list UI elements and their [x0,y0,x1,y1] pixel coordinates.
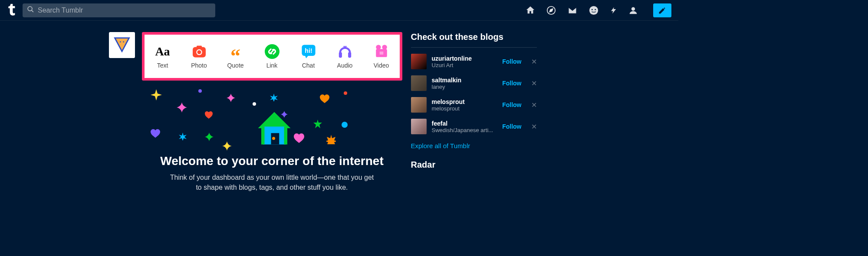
messaging-icon[interactable] [589,6,598,15]
checkout-blogs-title: Check out these blogs [411,32,537,48]
compose-audio[interactable]: Audio [329,44,361,69]
dismiss-icon[interactable]: ✕ [531,101,537,109]
blog-avatar[interactable] [411,54,427,69]
follow-button[interactable]: Follow [502,123,521,130]
svg-marker-3 [549,9,552,12]
video-icon [373,44,390,59]
compose-button[interactable] [653,3,671,17]
svg-line-1 [32,10,33,12]
quote-icon: “ [230,44,240,59]
account-icon[interactable] [629,6,638,15]
svg-point-5 [592,9,593,10]
search-icon [27,6,34,15]
blog-avatar[interactable] [411,75,427,91]
blog-subtitle: melosprout [432,105,497,112]
home-icon[interactable] [526,6,535,15]
svg-marker-30 [151,89,162,100]
compose-post-bar: Aa Text Photo “ Quote Link hi! Chat Aud [142,32,402,81]
blog-suggestion: uzuriartonline Uzuri Art Follow ✕ [411,54,537,69]
compose-label: Photo [191,62,207,69]
svg-point-21 [376,45,381,49]
radar-title: Radar [411,160,537,170]
svg-point-6 [595,9,596,10]
svg-rect-20 [348,52,351,58]
explore-all-link[interactable]: Explore all of Tumblr [411,142,537,149]
svg-rect-19 [339,52,342,58]
hero-text: Welcome to your corner of the internet T… [142,154,402,192]
compose-video[interactable]: Video [366,44,397,69]
svg-point-22 [382,45,387,49]
svg-marker-31 [313,120,322,128]
blog-avatar[interactable] [411,119,427,134]
photo-icon [191,44,207,59]
chat-icon: hi! [301,44,316,59]
activity-icon[interactable] [610,6,618,15]
svg-point-7 [631,7,635,10]
svg-point-14 [197,50,201,54]
hero-subtitle: Think of your dashboard as your own litt… [168,172,376,192]
compose-link[interactable]: Link [256,44,288,69]
blog-name[interactable]: feefal [432,120,497,127]
compose-chat[interactable]: hi! Chat [293,44,324,69]
svg-text:hi!: hi! [305,47,312,54]
dismiss-icon[interactable]: ✕ [531,123,537,131]
hero-title: Welcome to your corner of the internet [142,154,402,168]
blog-avatar[interactable] [411,97,427,113]
svg-rect-29 [284,126,287,144]
compose-text[interactable]: Aa Text [147,44,178,69]
compose-photo[interactable]: Photo [184,44,215,69]
blog-suggestion: melosprout melosprout Follow ✕ [411,97,537,113]
blog-name[interactable]: melosprout [432,98,497,105]
tumblr-logo[interactable] [7,3,16,17]
blog-name[interactable]: saltmalkin [432,77,497,84]
blog-subtitle: Uzuri Art [432,62,497,68]
blog-suggestion: saltmalkin laney Follow ✕ [411,75,537,91]
compose-label: Chat [302,62,315,69]
search-bar[interactable] [23,3,215,17]
svg-marker-17 [305,55,309,58]
inbox-icon[interactable] [567,6,578,15]
compose-label: Link [266,62,278,69]
follow-button[interactable]: Follow [502,80,521,87]
svg-point-4 [589,6,598,14]
follow-button[interactable]: Follow [502,101,521,108]
user-avatar[interactable] [109,32,135,58]
blog-suggestion: feefal Swedish/Japanese arti... Follow ✕ [411,119,537,134]
blog-name[interactable]: uzuriartonline [432,55,497,62]
svg-rect-24 [379,52,383,55]
audio-icon [337,44,353,59]
follow-button[interactable]: Follow [502,58,521,65]
svg-point-0 [28,6,32,11]
hero-illustration [142,85,402,154]
link-icon [265,44,279,59]
search-input[interactable] [38,6,211,14]
svg-point-10 [123,41,124,42]
text-icon: Aa [155,44,170,59]
compose-label: Audio [337,62,353,69]
explore-icon[interactable] [546,6,556,15]
top-nav-bar [0,0,678,21]
svg-rect-28 [261,126,265,144]
dismiss-icon[interactable]: ✕ [531,79,537,87]
svg-rect-12 [197,46,202,49]
dismiss-icon[interactable]: ✕ [531,58,537,66]
svg-marker-8 [115,38,129,52]
compose-label: Video [374,62,389,69]
nav-icons-group [526,3,671,17]
blog-subtitle: laney [432,84,497,90]
blog-subtitle: Swedish/Japanese arti... [432,127,497,133]
svg-point-9 [119,41,121,42]
compose-label: Text [157,62,168,69]
compose-quote[interactable]: “ Quote [220,44,251,69]
